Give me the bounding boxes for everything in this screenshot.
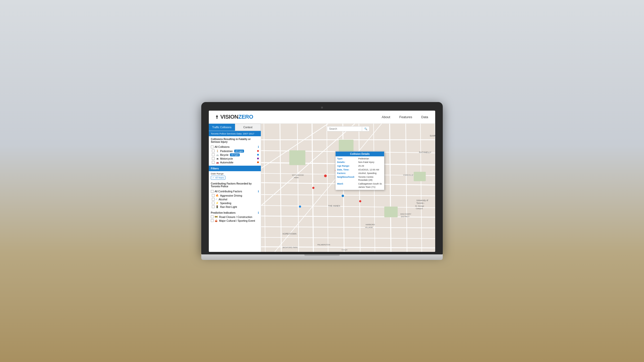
tab-bar: Traffic Collisions Context <box>209 124 261 131</box>
svg-text:SUMMERHILL: SUMMERHILL <box>430 134 435 137</box>
tab-traffic-collisions[interactable]: Traffic Collisions <box>209 124 235 131</box>
date-range-section: Date Range ✓ All Years <box>209 171 261 181</box>
search-button[interactable]: 🔍 <box>362 126 370 131</box>
popup-row-factors: Factors: Alcohol, Speeding <box>337 172 383 175</box>
major-event-checkbox[interactable] <box>211 219 214 222</box>
pedestrian-icon: 🚶 <box>216 150 219 153</box>
all-collisions-checkbox[interactable] <box>211 146 214 148</box>
svg-text:HARBORD: HARBORD <box>366 223 375 226</box>
filters-bar: Filters <box>209 166 261 171</box>
automobile-icon: 🚗 <box>216 161 219 164</box>
collision-type-bicycle: 🚲 Bicycle All Ages <box>211 153 259 156</box>
svg-text:YORKVILLE: YORKVILLE <box>403 174 413 176</box>
nav-data[interactable]: Data <box>421 115 428 119</box>
popup-header: Collision Details <box>336 152 384 156</box>
screen-bezel: VISIONZERO About Features Data Traffic <box>201 102 443 255</box>
nav: About Features Data <box>382 115 428 119</box>
popup-row-datetime: Date, Time: 4/14/2015, 12:00 AM <box>337 168 383 171</box>
popup-row-neighbourhood: Neighbourhood: Toronto Centre-Rosedale (… <box>337 175 383 182</box>
popup-body: Type: Pedestrian Details: Non-Fatal Inju… <box>336 156 384 190</box>
contributing-factors-title: Contributing Factors Recorded by Toronto… <box>209 181 261 189</box>
speeding-icon: ⚡ <box>216 202 219 204</box>
bicycle-age-badge[interactable]: All Ages <box>230 153 240 156</box>
svg-rect-29 <box>339 140 353 152</box>
road-closure-icon: 🚧 <box>215 215 218 218</box>
main: Traffic Collisions Context Toronto Polic… <box>209 124 435 252</box>
svg-text:VILLAGE: VILLAGE <box>365 226 373 229</box>
factor-alcohol: ✓ Alcohol <box>211 198 259 201</box>
collision-types: All Collisions ℹ 🚶 Pedestrian All Ages <box>209 144 261 166</box>
svg-text:St. George: St. George <box>415 205 424 207</box>
nav-about[interactable]: About <box>382 115 390 119</box>
popup-row-details: Details: Non-Fatal Injury <box>337 161 383 164</box>
ran-red-light-checkbox[interactable] <box>212 205 215 208</box>
pedestrian-checkbox[interactable] <box>212 150 215 152</box>
pedestrian-dot <box>257 150 259 152</box>
alcohol-checked-indicator: ✓ <box>216 198 217 200</box>
all-years-badge[interactable]: ✓ All Years <box>211 176 225 180</box>
popup-datetime-label: Date, Time: <box>337 168 357 171</box>
svg-text:DISTRICT: DISTRICT <box>401 215 410 218</box>
alcohol-label: Alcohol <box>219 198 227 201</box>
svg-point-55 <box>359 200 361 202</box>
contributing-info-icon[interactable]: ℹ <box>258 190 259 193</box>
svg-point-54 <box>299 205 301 208</box>
collision-popup: Collision Details Type: Pedestrian Detai… <box>335 151 384 190</box>
svg-text:THE ANNEX: THE ANNEX <box>328 204 340 207</box>
svg-text:PALMERSTON: PALMERSTON <box>317 244 330 246</box>
motorcycle-label: Motorcycle <box>220 157 233 160</box>
road-closure-label: Road Closure / Construction <box>219 215 252 218</box>
search-input[interactable] <box>327 126 362 131</box>
svg-text:University of: University of <box>416 199 428 202</box>
tab-context[interactable]: Context <box>235 124 261 131</box>
app: VISIONZERO About Features Data Traffic <box>209 111 435 252</box>
all-collisions-info-icon[interactable]: ℹ <box>258 145 259 149</box>
screen: VISIONZERO About Features Data Traffic <box>209 111 435 252</box>
popup-row-age: Age Range: 25-29 <box>337 164 383 168</box>
collision-type-motorcycle: 🏍 Motorcycle <box>211 157 259 160</box>
laptop: VISIONZERO About Features Data Traffic <box>201 102 443 260</box>
predictive-info-icon[interactable]: ℹ <box>258 211 259 214</box>
popup-ward-label: Ward: <box>337 182 357 189</box>
logo: VISIONZERO <box>216 114 253 120</box>
automobile-label: Automobile <box>220 161 233 164</box>
popup-row-ward: Ward: Cabbagetown-South St. James Town (… <box>337 182 383 189</box>
svg-text:PARK: PARK <box>294 176 299 179</box>
svg-text:WYCHWOOD: WYCHWOOD <box>292 174 304 176</box>
pedestrian-age-badge[interactable]: All Ages <box>234 150 244 153</box>
popup-ward-value: Cabbagetown-South St. James Town (71) <box>358 182 383 189</box>
svg-text:DISCOVERY: DISCOVERY <box>400 213 411 215</box>
popup-row-type: Type: Pedestrian <box>337 157 383 160</box>
motorcycle-dot <box>257 158 259 159</box>
aggressive-driving-checkbox[interactable] <box>212 194 215 197</box>
factor-speeding: ⚡ Speeding <box>211 202 259 205</box>
all-collisions-row: All Collisions ℹ <box>211 145 259 149</box>
collisions-section-title: Collisions Resulting in Fatality or Seri… <box>209 136 261 144</box>
aggressive-driving-label: Aggressive Driving <box>220 194 242 197</box>
all-contributing-checkbox[interactable] <box>211 190 214 193</box>
svg-text:Toronto -: Toronto - <box>416 202 425 204</box>
alcohol-checkbox[interactable] <box>212 198 215 201</box>
popup-factors-label: Factors: <box>337 172 357 175</box>
popup-factors-value: Alcohol, Speeding <box>358 172 377 175</box>
speeding-label: Speeding <box>220 202 231 205</box>
header: VISIONZERO About Features Data <box>209 111 435 124</box>
laptop-base <box>201 254 443 260</box>
factor-aggressive-driving: 🔥 Aggressive Driving <box>211 194 259 197</box>
data-source-bar: Toronto Police Services Data: 2007-2017 <box>209 131 261 136</box>
speeding-checkbox[interactable] <box>212 202 215 204</box>
factor-ran-red-light: 🚦 Ran Red Light <box>211 205 259 208</box>
bicycle-checkbox[interactable] <box>212 153 215 156</box>
motorcycle-checkbox[interactable] <box>212 157 215 160</box>
predictive-road-closure: 🚧 Road Closure / Construction <box>211 215 259 218</box>
map-area[interactable]: SUMMERHILL RATHNELLY WYCHWOOD PARK THE A… <box>261 124 435 252</box>
popup-age-label: Age Range: <box>337 164 357 168</box>
popup-datetime-value: 4/14/2015, 12:00 AM <box>358 168 379 171</box>
popup-neighbourhood-label: Neighbourhood: <box>337 175 357 182</box>
pedestrian-label: Pedestrian <box>220 150 233 153</box>
svg-rect-31 <box>414 172 426 181</box>
svg-point-49 <box>341 195 344 197</box>
road-closure-checkbox[interactable] <box>211 215 214 218</box>
automobile-checkbox[interactable] <box>212 161 215 164</box>
nav-features[interactable]: Features <box>399 115 412 119</box>
